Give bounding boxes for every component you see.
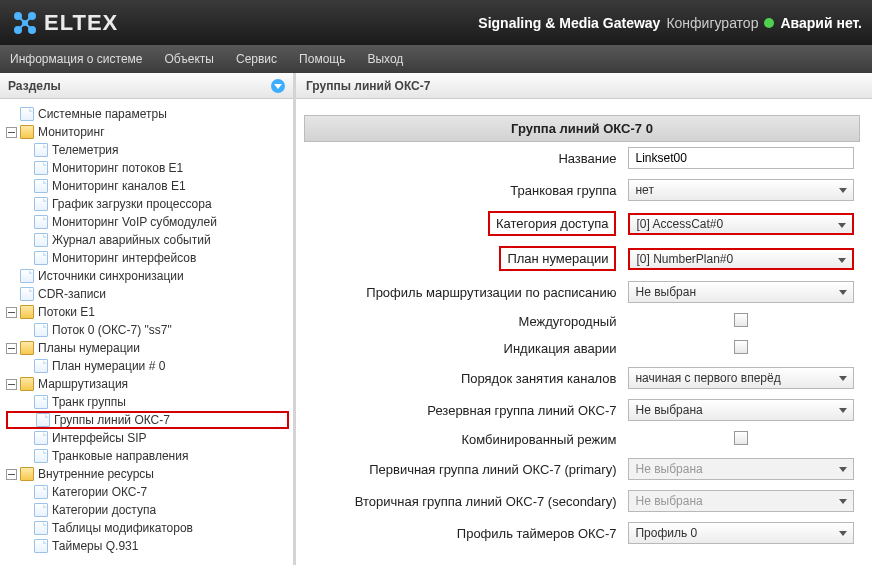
- page-icon: [34, 161, 48, 175]
- sidebar-title: Разделы: [8, 79, 61, 93]
- tree-label: Телеметрия: [52, 141, 119, 159]
- page-icon: [34, 233, 48, 247]
- select[interactable]: [0] NumberPlan#0: [628, 248, 854, 270]
- folder-icon: [20, 377, 34, 391]
- tree-label: Потоки E1: [38, 303, 95, 321]
- checkbox[interactable]: [734, 431, 748, 445]
- field-label: План нумерации: [499, 246, 616, 271]
- tree-label: CDR-записи: [38, 285, 106, 303]
- tree-label: Категории доступа: [52, 501, 156, 519]
- tree-label: Интерфейсы SIP: [52, 429, 147, 447]
- select: Не выбрана: [628, 490, 854, 512]
- tree-item[interactable]: Мониторинг потоков E1: [6, 159, 289, 177]
- tree-item[interactable]: Интерфейсы SIP: [6, 429, 289, 447]
- tree-label: Транк группы: [52, 393, 126, 411]
- tree-item[interactable]: Источники синхронизации: [6, 267, 289, 285]
- tree-item[interactable]: Планы нумерации: [6, 339, 289, 357]
- field-label: Междугородный: [518, 314, 616, 329]
- tree-item[interactable]: CDR-записи: [6, 285, 289, 303]
- page-icon: [36, 413, 50, 427]
- select[interactable]: Не выбрана: [628, 399, 854, 421]
- select[interactable]: нет: [628, 179, 854, 201]
- page-icon: [34, 485, 48, 499]
- main-title: Группы линий ОКС-7: [296, 73, 872, 99]
- field-label: Индикация аварии: [504, 341, 617, 356]
- folder-icon: [20, 341, 34, 355]
- menu-system-info[interactable]: Информация о системе: [10, 52, 142, 66]
- tree-label: Мониторинг интерфейсов: [52, 249, 196, 267]
- toggle-icon[interactable]: [6, 307, 17, 318]
- page-icon: [20, 287, 34, 301]
- collapse-icon[interactable]: [271, 79, 285, 93]
- page-icon: [34, 197, 48, 211]
- select[interactable]: Не выбран: [628, 281, 854, 303]
- text-input[interactable]: [628, 147, 854, 169]
- menu-help[interactable]: Помощь: [299, 52, 345, 66]
- field-label: Вторичная группа линий ОКС-7 (secondary): [355, 494, 617, 509]
- page-icon: [34, 215, 48, 229]
- brand-text: ELTEX: [44, 10, 118, 36]
- logo-icon: [10, 8, 40, 38]
- tree-item[interactable]: Категории доступа: [6, 501, 289, 519]
- tree-item[interactable]: Системные параметры: [6, 105, 289, 123]
- page-icon: [34, 251, 48, 265]
- tree-label: Источники синхронизации: [38, 267, 184, 285]
- tree-label: Мониторинг VoIP субмодулей: [52, 213, 217, 231]
- tree-item[interactable]: Транк группы: [6, 393, 289, 411]
- tree-item[interactable]: План нумерации # 0: [6, 357, 289, 375]
- menu-exit[interactable]: Выход: [367, 52, 403, 66]
- tree-item[interactable]: Маршрутизация: [6, 375, 289, 393]
- tree-item[interactable]: Категории ОКС-7: [6, 483, 289, 501]
- tree-item[interactable]: Мониторинг: [6, 123, 289, 141]
- tree-item[interactable]: Мониторинг VoIP субмодулей: [6, 213, 289, 231]
- tree-label: Таблицы модификаторов: [52, 519, 193, 537]
- folder-icon: [20, 467, 34, 481]
- page-icon: [34, 179, 48, 193]
- tree-item[interactable]: Журнал аварийных событий: [6, 231, 289, 249]
- product-name: Signaling & Media Gateway: [478, 15, 660, 31]
- toggle-icon[interactable]: [6, 469, 17, 480]
- status-text: Аварий нет.: [780, 15, 862, 31]
- page-icon: [34, 323, 48, 337]
- tree-label: Маршрутизация: [38, 375, 128, 393]
- menu-objects[interactable]: Объекты: [164, 52, 214, 66]
- top-bar: ELTEX Signaling & Media Gateway Конфигур…: [0, 0, 872, 45]
- toggle-icon[interactable]: [6, 343, 17, 354]
- page-icon: [34, 395, 48, 409]
- checkbox[interactable]: [734, 340, 748, 354]
- main-panel: Группы линий ОКС-7 Группа линий ОКС-7 0 …: [296, 73, 872, 565]
- select[interactable]: начиная с первого вперёд: [628, 367, 854, 389]
- tree-label: Системные параметры: [38, 105, 167, 123]
- field-label: Транковая группа: [510, 183, 616, 198]
- logo: ELTEX: [10, 8, 118, 38]
- select: Не выбрана: [628, 458, 854, 480]
- tree-item[interactable]: График загрузки процессора: [6, 195, 289, 213]
- menu-service[interactable]: Сервис: [236, 52, 277, 66]
- tree-item[interactable]: Потоки E1: [6, 303, 289, 321]
- tree-item[interactable]: Поток 0 (ОКС-7) "ss7": [6, 321, 289, 339]
- toggle-icon[interactable]: [6, 379, 17, 390]
- tree-item[interactable]: Транковые направления: [6, 447, 289, 465]
- checkbox[interactable]: [734, 313, 748, 327]
- tree-label: Мониторинг потоков E1: [52, 159, 183, 177]
- tree-item[interactable]: Мониторинг каналов E1: [6, 177, 289, 195]
- tree-label: Планы нумерации: [38, 339, 140, 357]
- tree-label: График загрузки процессора: [52, 195, 212, 213]
- tree-item[interactable]: Группы линий ОКС-7: [6, 411, 289, 429]
- field-label: Резервная группа линий ОКС-7: [427, 403, 616, 418]
- tree-label: План нумерации # 0: [52, 357, 165, 375]
- tree-item[interactable]: Телеметрия: [6, 141, 289, 159]
- tree-item[interactable]: Таблицы модификаторов: [6, 519, 289, 537]
- select[interactable]: Профиль 0: [628, 522, 854, 544]
- menu-bar: Информация о системе Объекты Сервис Помо…: [0, 45, 872, 73]
- tree-item[interactable]: Внутренние ресурсы: [6, 465, 289, 483]
- page-icon: [34, 449, 48, 463]
- page-icon: [34, 539, 48, 553]
- select[interactable]: [0] AccessCat#0: [628, 213, 854, 235]
- tree-item[interactable]: Мониторинг интерфейсов: [6, 249, 289, 267]
- page-icon: [34, 359, 48, 373]
- toggle-icon[interactable]: [6, 127, 17, 138]
- field-label: Категория доступа: [488, 211, 617, 236]
- tree-item[interactable]: Таймеры Q.931: [6, 537, 289, 555]
- page-icon: [20, 107, 34, 121]
